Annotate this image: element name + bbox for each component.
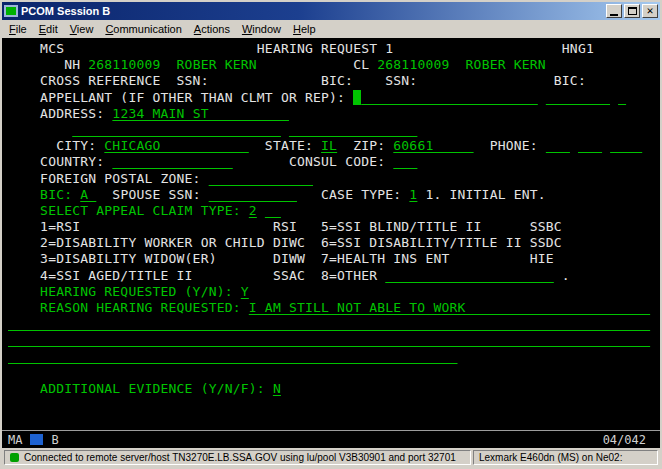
screen-header: MCS HEARING REQUEST 1 HNG1 bbox=[8, 41, 594, 56]
terminal-row bbox=[8, 397, 660, 413]
menu-window[interactable]: Window bbox=[236, 21, 287, 37]
menu-bar: FileEditViewCommunicationActionsWindowHe… bbox=[2, 20, 660, 38]
terminal-screen[interactable]: MCS HEARING REQUEST 1 HNG1 NH 268110009 … bbox=[2, 38, 660, 430]
terminal-row bbox=[8, 316, 660, 332]
reason-line4-field[interactable] bbox=[8, 349, 458, 364]
window-controls: ✕ bbox=[606, 4, 658, 18]
maximize-icon bbox=[628, 7, 637, 15]
appellant-suffix-field[interactable] bbox=[618, 90, 626, 105]
terminal-text: CL bbox=[257, 57, 377, 72]
appellant-first-field[interactable] bbox=[361, 90, 538, 105]
reason-line3-field[interactable] bbox=[8, 332, 650, 347]
oia-session: B bbox=[51, 433, 58, 447]
hearing-requested-field[interactable]: Y bbox=[241, 284, 249, 299]
claim-type-extra-field[interactable] bbox=[265, 203, 281, 218]
menu-help[interactable]: Help bbox=[287, 21, 322, 37]
connected-indicator-icon bbox=[10, 453, 19, 462]
terminal-text: 4=SSI AGED/TITLE II SSAC 8=OTHER bbox=[8, 268, 385, 283]
menu-edit[interactable]: Edit bbox=[33, 21, 64, 37]
terminal-text: ZIP: bbox=[337, 138, 393, 153]
terminal-emulator: MCS HEARING REQUEST 1 HNG1 NH 268110009 … bbox=[2, 38, 660, 448]
terminal-text: CITY: bbox=[8, 138, 104, 153]
terminal-text: STATE: bbox=[249, 138, 321, 153]
reason-field[interactable]: I AM STILL NOT ABLE TO WORK bbox=[249, 300, 650, 315]
operator-info-area: MA B 04/042 bbox=[2, 430, 660, 448]
terminal-text: COUNTRY: bbox=[8, 154, 112, 169]
terminal-row: COUNTRY: CONSUL CODE: bbox=[8, 154, 660, 170]
printer-status-text: Lexmark E460dn (MS) on Ne02: bbox=[479, 452, 622, 463]
app-icon bbox=[4, 5, 18, 17]
minimize-icon bbox=[610, 14, 618, 16]
menu-communication[interactable]: Communication bbox=[99, 21, 187, 37]
appellant-last-field[interactable] bbox=[546, 90, 610, 105]
terminal-row: 2=DISABILITY WORKER OR CHILD DIWC 6=SSI … bbox=[8, 235, 660, 251]
phone-area-field[interactable] bbox=[546, 138, 570, 153]
terminal-row: 3=DISABILITY WIDOW(ER) DIWW 7=HEALTH INS… bbox=[8, 251, 660, 267]
terminal-text: HEARING REQUESTED (Y/N): bbox=[8, 284, 241, 299]
terminal-row: ADDRESS: 1234 MAIN ST bbox=[8, 106, 660, 122]
terminal-text bbox=[602, 138, 610, 153]
menu-view[interactable]: View bbox=[64, 21, 100, 37]
city-field[interactable]: CHICAGO bbox=[104, 138, 248, 153]
phone-prefix-field[interactable] bbox=[578, 138, 602, 153]
phone-line-field[interactable] bbox=[610, 138, 642, 153]
maximize-button[interactable] bbox=[624, 4, 640, 18]
claim-type-option-row-2: 2=DISABILITY WORKER OR CHILD DIWC 6=SSI … bbox=[8, 235, 562, 250]
claim-type-option-row-1: 1=RSI RSI 5=SSI BLIND/TITLE II SSBC bbox=[8, 219, 562, 234]
close-button[interactable]: ✕ bbox=[642, 4, 658, 18]
terminal-row: APPELLANT (IF OTHER THAN CLMT OR REP): bbox=[8, 90, 660, 106]
state-field[interactable]: IL bbox=[321, 138, 337, 153]
title-bar[interactable]: PCOM Session B ✕ bbox=[2, 2, 660, 20]
additional-evidence-field[interactable]: N bbox=[273, 381, 281, 396]
cursor[interactable] bbox=[353, 90, 361, 105]
zip-field[interactable]: 60661 bbox=[393, 138, 473, 153]
minimize-button[interactable] bbox=[606, 4, 622, 18]
terminal-row: 1=RSI RSI 5=SSI BLIND/TITLE II SSBC bbox=[8, 219, 660, 235]
connection-status-panel: Connected to remote server/host TN3270E.… bbox=[4, 450, 471, 465]
address-line2-field[interactable] bbox=[72, 122, 281, 137]
terminal-text: 1. INITIAL ENT. bbox=[417, 187, 545, 202]
terminal-row bbox=[8, 413, 660, 429]
consul-code-field[interactable] bbox=[393, 154, 417, 169]
terminal-text bbox=[450, 57, 466, 72]
terminal-text bbox=[570, 138, 578, 153]
terminal-text: APPELLANT (IF OTHER THAN CLMT OR REP): bbox=[8, 90, 353, 105]
terminal-text bbox=[257, 203, 265, 218]
address-line3-field[interactable] bbox=[289, 122, 417, 137]
oia-cursor-position: 04/042 bbox=[603, 433, 646, 447]
terminal-text: CONSUL CODE: bbox=[233, 154, 394, 169]
connection-status-text: Connected to remote server/host TN3270E.… bbox=[24, 452, 456, 463]
oia-status: MA bbox=[8, 433, 22, 447]
other-claim-type-field[interactable] bbox=[385, 268, 554, 283]
nh-ssn: 268110009 bbox=[88, 57, 160, 72]
terminal-row: NH 268110009 ROBER KERN CL 268110009 ROB… bbox=[8, 57, 660, 73]
menu-actions[interactable]: Actions bbox=[188, 21, 236, 37]
oia-connection-icon bbox=[30, 434, 43, 445]
cl-name: ROBER KERN bbox=[466, 57, 546, 72]
terminal-text: . bbox=[554, 268, 570, 283]
menu-file[interactable]: File bbox=[3, 21, 33, 37]
terminal-row: BIC: A SPOUSE SSN: CASE TYPE: 1 1. INITI… bbox=[8, 187, 660, 203]
close-icon: ✕ bbox=[647, 6, 654, 16]
foreign-postal-zone-field[interactable] bbox=[209, 171, 313, 186]
terminal-row bbox=[8, 122, 660, 138]
address-line1-field[interactable]: 1234 MAIN ST bbox=[112, 106, 289, 121]
terminal-row: SELECT APPEAL CLAIM TYPE: 2 bbox=[8, 203, 660, 219]
terminal-text bbox=[161, 57, 177, 72]
terminal-row: REASON HEARING REQUESTED: I AM STILL NOT… bbox=[8, 300, 660, 316]
terminal-row: MCS HEARING REQUEST 1 HNG1 bbox=[8, 41, 660, 57]
cl-ssn: 268110009 bbox=[377, 57, 449, 72]
claim-type-field[interactable]: 2 bbox=[249, 203, 257, 218]
reason-line2-field[interactable] bbox=[8, 316, 650, 331]
terminal-row bbox=[8, 365, 660, 381]
bic-field[interactable]: A bbox=[80, 187, 96, 202]
country-field[interactable] bbox=[112, 154, 232, 169]
spouse-ssn-field[interactable] bbox=[209, 187, 297, 202]
terminal-text: REASON HEARING REQUESTED: bbox=[8, 300, 249, 315]
terminal-text: ADDITIONAL EVIDENCE (Y/N/F): bbox=[8, 381, 273, 396]
terminal-row: ADDITIONAL EVIDENCE (Y/N/F): N bbox=[8, 381, 660, 397]
terminal-row: CROSS REFERENCE SSN: BIC: SSN: BIC: bbox=[8, 73, 660, 89]
terminal-text: CASE TYPE: bbox=[297, 187, 409, 202]
terminal-text bbox=[281, 122, 289, 137]
claim-type-option-row-3: 3=DISABILITY WIDOW(ER) DIWW 7=HEALTH INS… bbox=[8, 251, 554, 266]
